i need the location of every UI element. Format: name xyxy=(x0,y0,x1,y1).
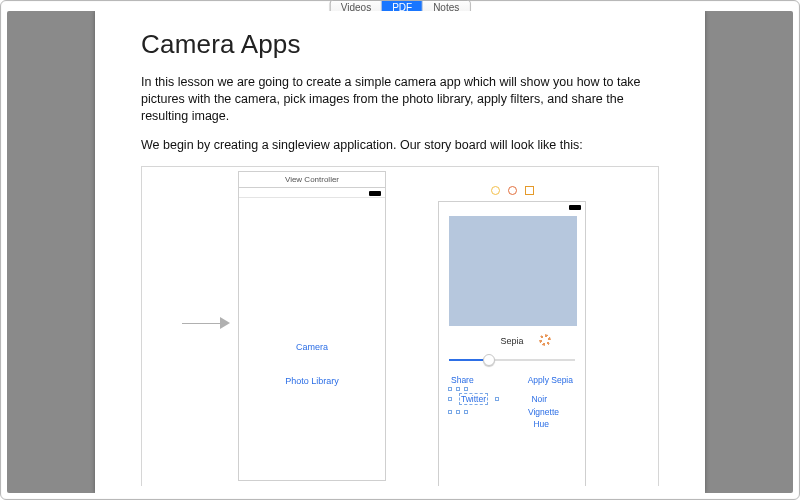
selection-handle-icon xyxy=(448,410,452,414)
intensity-slider xyxy=(449,354,575,366)
twitter-button: Twitter xyxy=(459,393,488,405)
intro-paragraph: In this lesson we are going to create a … xyxy=(141,74,659,125)
vc2-statusbar xyxy=(439,202,585,212)
app-window: Videos PDF Notes Camera Apps In this les… xyxy=(0,0,800,500)
vc1-title: View Controller xyxy=(239,172,385,188)
first-responder-icon xyxy=(508,186,517,195)
image-view-placeholder xyxy=(449,216,577,326)
noir-button: Noir xyxy=(531,394,547,404)
vc1-statusbar xyxy=(239,188,385,198)
vignette-button: Vignette xyxy=(528,407,559,417)
selection-handle-icon xyxy=(495,397,499,401)
battery-icon xyxy=(569,205,581,210)
pdf-viewer[interactable]: Camera Apps In this lesson we are going … xyxy=(7,11,793,493)
selection-handle-icon xyxy=(448,387,452,391)
view-controller-2: Sepia Share Apply Sepia xyxy=(438,201,586,486)
filter-name-label: Sepia xyxy=(439,336,585,346)
hue-button: Hue xyxy=(533,419,549,429)
view-controller-1: View Controller Camera Photo Library xyxy=(238,171,386,481)
battery-icon xyxy=(369,191,381,196)
apply-sepia-button: Apply Sepia xyxy=(528,375,573,385)
photo-library-button: Photo Library xyxy=(239,376,385,386)
pdf-page: Camera Apps In this lesson we are going … xyxy=(95,11,705,493)
share-button: Share xyxy=(451,375,474,385)
exit-icon xyxy=(525,186,534,195)
vc2-scene-toolbar xyxy=(438,183,586,199)
selection-handle-icon xyxy=(456,410,460,414)
segue-arrow-icon xyxy=(182,317,230,329)
selection-handle-icon xyxy=(456,387,460,391)
selection-handle-icon xyxy=(464,387,468,391)
scene-dot-icon xyxy=(491,186,500,195)
camera-button: Camera xyxy=(239,342,385,352)
selection-handle-icon xyxy=(448,397,452,401)
page-title: Camera Apps xyxy=(141,29,659,60)
storyboard-figure: View Controller Camera Photo Library xyxy=(141,166,659,486)
lead-in-paragraph: We begin by creating a singleview applic… xyxy=(141,137,659,154)
activity-indicator-icon xyxy=(539,334,551,346)
selection-handle-icon xyxy=(464,410,468,414)
filter-action-grid: Share Apply Sepia Twitter xyxy=(439,374,585,430)
